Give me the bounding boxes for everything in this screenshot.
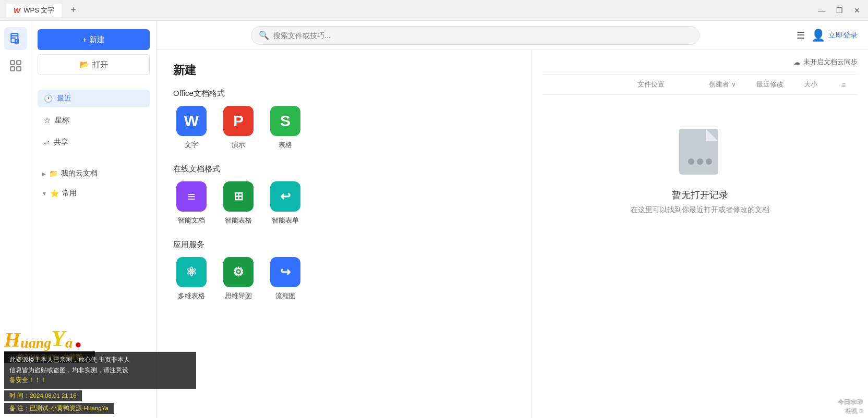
nav-section-cloud[interactable]: ▶ 📁 我的云文档 (38, 166, 150, 181)
smart-doc-label: 智能文档 (178, 216, 205, 225)
new-panel-title: 新建 (173, 63, 515, 78)
office-formats-row: W 文字 P 演示 S 表格 (173, 106, 515, 150)
col-location-header: 文件位置 (637, 80, 709, 89)
col-modified-header: 最近修改 (756, 80, 804, 89)
nav-panel: + 新建 📂 打开 🕐 最近 ☆ 星标 ⇌ 共享 ▶ 📁 我的云文档 ▼ ⭐ 常… (31, 21, 156, 418)
pin-icon: ⭐ (50, 189, 59, 198)
main-content: 🔍 ☰ 👤 立即登录 新建 Office文档格式 W (156, 21, 868, 418)
svg-point-10 (706, 158, 712, 165)
icon-sidebar (0, 21, 31, 418)
app-services-title: 应用服务 (173, 240, 515, 250)
close-button[interactable]: ✕ (852, 6, 862, 15)
flowchart-icon: ↪ (270, 257, 300, 287)
word-icon-box: W (176, 106, 207, 136)
svg-point-9 (697, 158, 703, 165)
empty-state-icon (677, 126, 724, 178)
search-input[interactable] (273, 31, 692, 40)
mindmap-icon: ⚙ (223, 257, 254, 287)
new-flowchart-button[interactable]: ↪ 流程图 (267, 257, 304, 301)
new-word-button[interactable]: W 文字 (173, 106, 210, 150)
nav-divider-2 (38, 155, 150, 162)
top-header: 🔍 ☰ 👤 立即登录 (156, 21, 868, 50)
smart-form-icon: ↩ (270, 181, 300, 212)
col-actions-header: ≡ (842, 81, 858, 89)
search-bar[interactable]: 🔍 (251, 26, 700, 45)
multitable-icon: ⚛ (176, 257, 207, 287)
open-button[interactable]: 📂 打开 (38, 54, 150, 75)
menu-icon[interactable]: ☰ (797, 30, 805, 41)
new-smart-table-button[interactable]: ⊞ 智能表格 (220, 181, 257, 225)
smart-form-label: 智能表单 (272, 216, 299, 225)
office-formats-title: Office文档格式 (173, 89, 515, 99)
nav-section-common[interactable]: ▼ ⭐ 常用 (38, 186, 150, 201)
sidebar-item-documents[interactable] (4, 27, 27, 50)
add-tab-button[interactable]: + (66, 3, 80, 18)
nav-item-shared[interactable]: ⇌ 共享 (38, 133, 150, 151)
chevron-down-icon: ▼ (42, 191, 47, 196)
new-presentation-button[interactable]: P 演示 (220, 106, 257, 150)
multitable-label: 多维表格 (178, 291, 205, 301)
word-label: 文字 (185, 140, 198, 150)
new-smart-doc-button[interactable]: ≡ 智能文档 (173, 181, 210, 225)
smart-table-icon: ⊞ (223, 181, 254, 212)
nav-divider (38, 79, 150, 85)
minimize-button[interactable]: — (817, 6, 826, 15)
excel-label: 表格 (279, 140, 292, 150)
titlebar-controls: — ❐ ✕ (817, 6, 862, 15)
login-button[interactable]: 👤 立即登录 (811, 29, 858, 42)
user-icon: 👤 (811, 29, 825, 42)
svg-rect-2 (10, 60, 15, 65)
creator-sort-icon[interactable]: ∨ (731, 81, 736, 88)
chevron-right-icon: ▶ (42, 171, 46, 177)
clock-icon: 🕐 (44, 94, 53, 103)
online-formats-row: ≡ 智能文档 ⊞ 智能表格 ↩ 智能表单 (173, 181, 515, 225)
new-spreadsheet-button[interactable]: S 表格 (267, 106, 304, 150)
online-formats-title: 在线文档格式 (173, 164, 515, 174)
new-mindmap-button[interactable]: ⚙ 思维导图 (220, 257, 257, 301)
folder-icon: 📁 (49, 169, 58, 178)
app-services-row: ⚛ 多维表格 ⚙ 思维导图 ↪ 流程图 (173, 257, 515, 301)
nav-item-starred[interactable]: ☆ 星标 (38, 112, 150, 129)
col-creator-header[interactable]: 创建者 ∨ (709, 80, 756, 89)
smart-table-label: 智能表格 (225, 216, 252, 225)
empty-description: 在这里可以找到你最近打开或者修改的文档 (631, 205, 769, 215)
titlebar-tab[interactable]: W WPS 文字 (6, 4, 62, 17)
excel-icon-box: S (270, 106, 300, 136)
mindmap-label: 思维导图 (225, 291, 252, 301)
flowchart-label: 流程图 (275, 291, 296, 301)
cloud-icon: ☁ (793, 58, 800, 66)
new-panel: 新建 Office文档格式 W 文字 P 演示 S 表格 (156, 50, 532, 418)
new-multitable-button[interactable]: ⚛ 多维表格 (173, 257, 210, 301)
svg-point-8 (688, 158, 694, 165)
svg-rect-4 (10, 67, 15, 71)
ppt-label: 演示 (232, 140, 245, 150)
new-button[interactable]: + 新建 (38, 29, 150, 50)
share-icon: ⇌ (44, 139, 50, 146)
nav-item-recent[interactable]: 🕐 最近 (38, 90, 150, 107)
file-list-panel: ☁ 未开启文档云同步 文件位置 创建者 ∨ 最近修改 大小 ≡ (532, 50, 868, 418)
header-right: ☰ 👤 立即登录 (797, 29, 858, 42)
ppt-icon-box: P (223, 106, 254, 136)
new-smart-form-button[interactable]: ↩ 智能表单 (267, 181, 304, 225)
smart-doc-icon: ≡ (176, 181, 207, 212)
file-list-header: ☁ 未开启文档云同步 (542, 50, 858, 75)
col-size-header: 大小 (804, 80, 842, 89)
filter-icon[interactable]: ≡ (842, 81, 846, 89)
star-icon: ☆ (44, 116, 51, 125)
empty-title: 暂无打开记录 (672, 189, 728, 201)
titlebar-left: W WPS 文字 + (6, 3, 80, 18)
restore-button[interactable]: ❐ (835, 6, 844, 15)
empty-state: 暂无打开记录 在这里可以找到你最近打开或者修改的文档 (542, 95, 858, 246)
app-layout: + 新建 📂 打开 🕐 最近 ☆ 星标 ⇌ 共享 ▶ 📁 我的云文档 ▼ ⭐ 常… (0, 21, 868, 418)
titlebar: W WPS 文字 + — ❐ ✕ (0, 0, 868, 21)
content-area: 新建 Office文档格式 W 文字 P 演示 S 表格 (156, 50, 868, 418)
tab-label: WPS 文字 (23, 6, 54, 15)
cloud-sync-button[interactable]: ☁ 未开启文档云同步 (793, 57, 858, 67)
svg-rect-5 (17, 67, 21, 71)
file-table-header: 文件位置 创建者 ∨ 最近修改 大小 ≡ (542, 75, 858, 95)
sidebar-item-apps[interactable] (4, 54, 27, 77)
svg-rect-1 (14, 39, 19, 44)
search-icon: 🔍 (259, 30, 269, 40)
svg-rect-3 (17, 60, 21, 65)
open-folder-icon: 📂 (79, 60, 89, 69)
